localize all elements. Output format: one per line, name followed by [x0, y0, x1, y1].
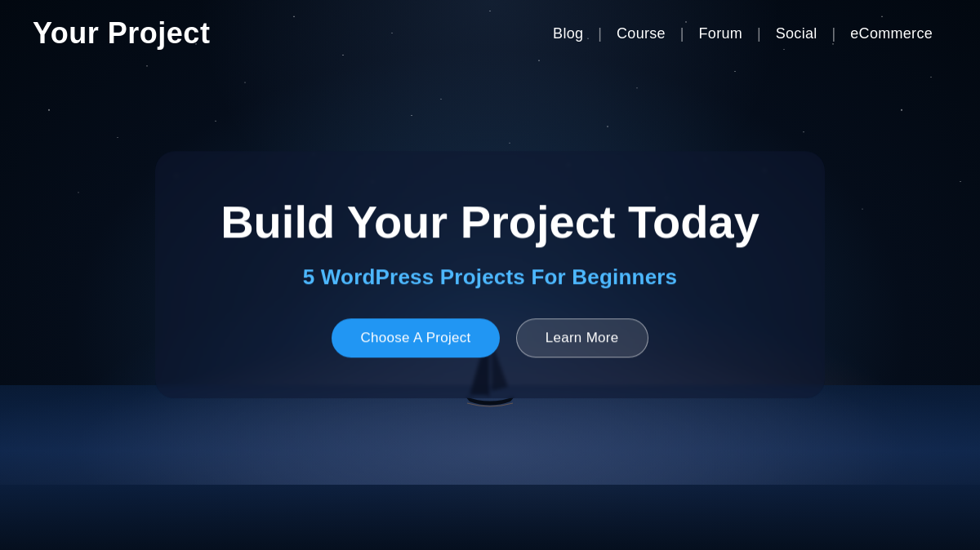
nav-links: Blog | Course | Forum | Social | eCommer…: [538, 25, 947, 42]
nav-link-blog[interactable]: Blog: [538, 25, 598, 42]
nav-item-course[interactable]: Course: [602, 25, 680, 42]
hero-title: Build Your Project Today: [220, 196, 760, 248]
nav-link-course[interactable]: Course: [602, 25, 680, 42]
nav-link-social[interactable]: Social: [761, 25, 832, 42]
hero-buttons: Choose A Project Learn More: [332, 319, 648, 358]
nav-item-blog[interactable]: Blog: [538, 25, 598, 42]
hero-subtitle: 5 WordPress Projects For Beginners: [303, 265, 678, 291]
nav-link-forum[interactable]: Forum: [684, 25, 758, 42]
nav-item-ecommerce[interactable]: eCommerce: [835, 25, 947, 42]
choose-project-button[interactable]: Choose A Project: [332, 319, 499, 358]
nav-item-social[interactable]: Social: [761, 25, 832, 42]
learn-more-button[interactable]: Learn More: [516, 319, 648, 358]
nav-item-forum[interactable]: Forum: [684, 25, 758, 42]
nav-link-ecommerce[interactable]: eCommerce: [835, 25, 947, 42]
navbar: Your Project Blog | Course | Forum | Soc…: [0, 0, 980, 67]
hero-section: Build Your Project Today 5 WordPress Pro…: [155, 151, 825, 398]
brand-logo[interactable]: Your Project: [33, 16, 210, 51]
